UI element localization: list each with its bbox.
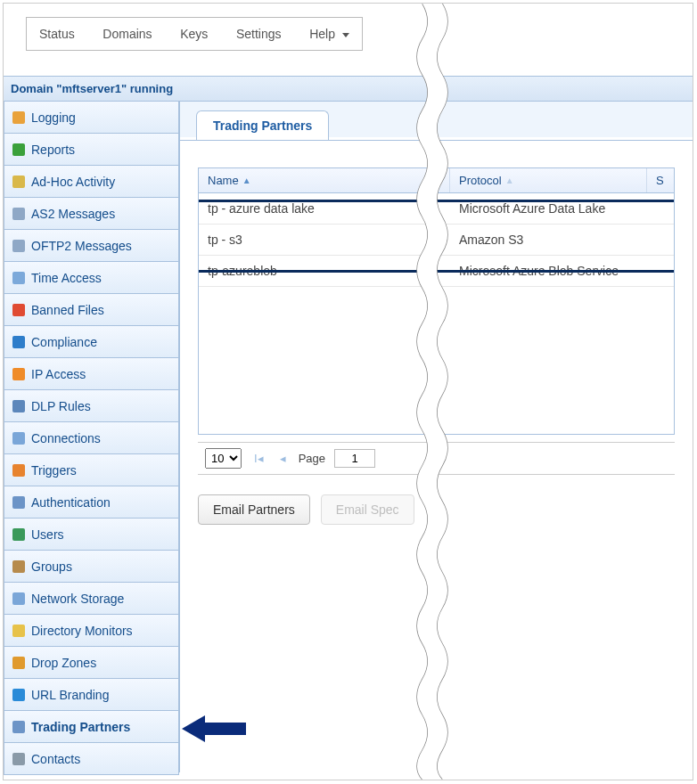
table-header: Name ▲ Protocol ▲ S: [199, 168, 674, 193]
dropzone-icon: [12, 656, 26, 670]
connections-icon: [12, 431, 26, 445]
sidebar-item-triggers[interactable]: Triggers: [4, 454, 179, 486]
sidebar-item-authentication[interactable]: Authentication: [4, 486, 179, 519]
sidebar-item-label: URL Branding: [31, 688, 109, 702]
email-spec-button: Email Spec: [321, 494, 414, 525]
banned-icon: [12, 303, 26, 317]
menu-status[interactable]: Status: [27, 18, 87, 50]
sidebar-item-label: Time Access: [31, 271, 102, 285]
sidebar-item-label: Drop Zones: [31, 656, 96, 670]
sidebar-item-label: Users: [31, 527, 64, 542]
triggers-icon: [12, 463, 26, 478]
time-icon: [12, 271, 26, 285]
auth-icon: [12, 495, 26, 510]
main-panel: Trading Partners Name ▲ Protocol ▲ S: [180, 102, 693, 772]
users-icon: [12, 527, 26, 542]
storage-icon: [12, 592, 26, 606]
menu-settings[interactable]: Settings: [224, 18, 294, 50]
url-icon: [12, 688, 26, 702]
email-partners-button[interactable]: Email Partners: [198, 494, 310, 525]
prev-page-button[interactable]: ◂: [276, 452, 290, 465]
first-page-button[interactable]: I◂: [250, 452, 267, 465]
col-protocol[interactable]: Protocol ▲: [450, 168, 647, 192]
as2-icon: [12, 207, 26, 221]
page-label: Page: [299, 452, 325, 465]
sidebar: LoggingReportsAd-Hoc ActivityAS2 Message…: [4, 102, 180, 772]
menu-help[interactable]: Help: [297, 18, 362, 50]
chevron-down-icon: [342, 33, 349, 37]
cell-protocol: Amazon S3: [450, 233, 674, 247]
reports-icon: [12, 143, 26, 157]
domain-status-bar: Domain "mftserver1" running: [4, 76, 693, 102]
sidebar-item-ad-hoc-activity[interactable]: Ad-Hoc Activity: [4, 166, 179, 198]
sidebar-item-users[interactable]: Users: [4, 519, 179, 551]
sort-asc-icon: ▲: [242, 176, 251, 185]
sidebar-item-label: AS2 Messages: [31, 207, 115, 221]
sidebar-item-banned-files[interactable]: Banned Files: [4, 294, 179, 326]
sidebar-item-label: Compliance: [31, 335, 97, 349]
menu-help-label: Help: [309, 27, 335, 41]
tp-icon: [12, 720, 26, 734]
sidebar-item-label: DLP Rules: [31, 399, 91, 413]
table-row[interactable]: tp-azureblobMicrosoft Azure Blob Service: [199, 256, 674, 287]
sidebar-item-time-access[interactable]: Time Access: [4, 262, 179, 294]
oftp2-icon: [12, 239, 26, 253]
sidebar-item-connections[interactable]: Connections: [4, 422, 179, 454]
ip-icon: [12, 367, 26, 381]
sidebar-item-label: Ad-Hoc Activity: [31, 175, 115, 189]
sidebar-item-trading-partners[interactable]: Trading Partners: [4, 711, 179, 743]
menu-keys[interactable]: Keys: [168, 18, 220, 50]
sidebar-item-label: Authentication: [31, 495, 111, 510]
sidebar-item-network-storage[interactable]: Network Storage: [4, 583, 179, 615]
sidebar-item-groups[interactable]: Groups: [4, 551, 179, 583]
sidebar-item-label: Triggers: [31, 463, 77, 478]
table-row[interactable]: tp - azure data lakeMicrosoft Azure Data…: [199, 193, 674, 225]
sidebar-item-directory-monitors[interactable]: Directory Monitors: [4, 615, 179, 647]
page-number-input[interactable]: [334, 449, 375, 468]
tab-trading-partners[interactable]: Trading Partners: [196, 110, 329, 140]
top-menu: Status Domains Keys Settings Help: [26, 17, 363, 51]
sidebar-item-url-branding[interactable]: URL Branding: [4, 679, 179, 711]
contacts-icon: [12, 752, 26, 766]
sidebar-item-label: Banned Files: [31, 303, 104, 317]
sidebar-item-dlp-rules[interactable]: DLP Rules: [4, 390, 179, 422]
sidebar-item-label: Network Storage: [31, 592, 124, 606]
col-name-label: Name: [208, 174, 239, 187]
sidebar-item-label: Reports: [31, 143, 75, 157]
sidebar-item-label: Logging: [31, 110, 76, 125]
sidebar-item-label: Groups: [31, 559, 72, 574]
sidebar-item-as2-messages[interactable]: AS2 Messages: [4, 198, 179, 230]
menu-domains[interactable]: Domains: [90, 18, 164, 50]
cell-name: tp-azureblob: [199, 264, 450, 278]
sidebar-item-oftp2-messages[interactable]: OFTP2 Messages: [4, 230, 179, 262]
trading-partners-table: Name ▲ Protocol ▲ S tp - azure data lake…: [198, 167, 675, 435]
sidebar-item-label: Trading Partners: [31, 720, 130, 734]
col-extra[interactable]: S: [647, 168, 674, 192]
page-size-select[interactable]: 10: [205, 448, 242, 469]
table-row[interactable]: tp - s3Amazon S3: [199, 225, 674, 256]
col-name[interactable]: Name ▲: [199, 168, 450, 192]
groups-icon: [12, 559, 26, 574]
sort-icon: ▲: [505, 176, 514, 185]
compliance-icon: [12, 335, 26, 349]
sidebar-item-reports[interactable]: Reports: [4, 134, 179, 166]
col-protocol-label: Protocol: [459, 174, 502, 187]
table-body: tp - azure data lakeMicrosoft Azure Data…: [199, 193, 674, 287]
cell-name: tp - s3: [199, 233, 450, 247]
cell-name: tp - azure data lake: [199, 201, 450, 216]
pager: 10 I◂ ◂ Page: [198, 442, 675, 475]
adhoc-icon: [12, 175, 26, 189]
sidebar-item-label: Contacts: [31, 752, 80, 766]
sidebar-item-label: OFTP2 Messages: [31, 239, 132, 253]
sidebar-item-contacts[interactable]: Contacts: [4, 743, 179, 775]
sidebar-item-compliance[interactable]: Compliance: [4, 326, 179, 358]
cell-protocol: Microsoft Azure Data Lake: [450, 201, 674, 216]
cell-protocol: Microsoft Azure Blob Service: [450, 264, 674, 278]
logging-icon: [12, 110, 26, 125]
sidebar-item-ip-access[interactable]: IP Access: [4, 358, 179, 390]
dlp-icon: [12, 399, 26, 413]
dirmon-icon: [12, 624, 26, 638]
sidebar-item-logging[interactable]: Logging: [4, 102, 179, 134]
sidebar-item-label: Connections: [31, 431, 101, 445]
sidebar-item-drop-zones[interactable]: Drop Zones: [4, 647, 179, 679]
